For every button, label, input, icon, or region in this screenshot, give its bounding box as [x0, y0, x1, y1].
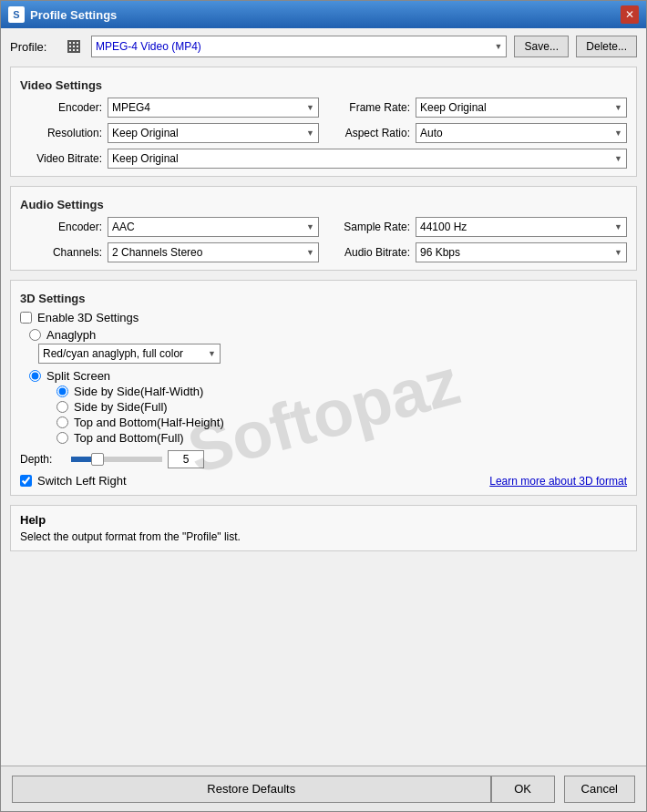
cancel-button[interactable]: Cancel: [564, 776, 635, 803]
sbs-full-row: Side by Side(Full): [56, 400, 627, 414]
profile-label: Profile:: [10, 40, 60, 54]
tab-full-label: Top and Bottom(Full): [74, 431, 184, 445]
switch-lr-row: Switch Left Right: [20, 474, 127, 488]
app-icon: S: [8, 6, 25, 23]
encoder-field: Encoder: MPEG4: [20, 98, 319, 118]
window-title: Profile Settings: [30, 8, 621, 22]
split-screen-options: Side by Side(Half-Width) Side by Side(Fu…: [47, 385, 627, 445]
anaglyph-radio[interactable]: [29, 329, 41, 341]
depth-row: Depth:: [20, 450, 627, 468]
split-screen-label: Split Screen: [46, 369, 110, 383]
frame-rate-label: Frame Rate:: [328, 101, 410, 114]
split-screen-radio[interactable]: [29, 370, 41, 382]
sbs-full-label: Side by Side(Full): [74, 400, 168, 414]
aspect-ratio-field: Aspect Ratio: Auto: [328, 123, 627, 143]
sample-rate-label: Sample Rate:: [328, 221, 410, 233]
3d-settings-section: 3D Settings Enable 3D Settings Anaglyph …: [10, 280, 637, 496]
anaglyph-label: Anaglyph: [46, 328, 96, 342]
encoder-label: Encoder:: [20, 101, 102, 114]
restore-defaults-button[interactable]: Restore Defaults: [12, 776, 491, 803]
frame-rate-select[interactable]: Keep Original: [416, 98, 627, 118]
tab-full-radio[interactable]: [56, 432, 68, 444]
aspect-ratio-select[interactable]: Auto: [416, 123, 627, 143]
sbs-half-row: Side by Side(Half-Width): [56, 385, 627, 398]
3d-section-title: 3D Settings: [20, 292, 627, 305]
audio-encoder-field: Encoder: AAC: [20, 217, 319, 237]
save-button[interactable]: Save...: [514, 36, 569, 57]
content-area: Profile: MPEG-4 Video (MP4) Save... Dele…: [1, 28, 646, 766]
switch-lr-checkbox[interactable]: [20, 475, 32, 487]
learn-more-link[interactable]: Learn more about 3D format: [489, 475, 627, 488]
audio-bitrate-label: Audio Bitrate:: [328, 246, 410, 259]
bottom-bar: Restore Defaults OK Cancel: [1, 766, 646, 811]
enable-3d-label: Enable 3D Settings: [37, 311, 139, 324]
audio-bitrate-field: Audio Bitrate: 96 Kbps: [328, 242, 627, 262]
channels-select[interactable]: 2 Channels Stereo: [108, 242, 319, 262]
tab-half-label: Top and Bottom(Half-Height): [74, 416, 224, 429]
aspect-ratio-label: Aspect Ratio:: [328, 127, 410, 139]
split-screen-row: Split Screen: [29, 369, 627, 383]
sbs-half-radio[interactable]: [56, 385, 68, 397]
title-bar: S Profile Settings ✕: [1, 1, 646, 28]
tab-full-row: Top and Bottom(Full): [56, 431, 627, 445]
audio-encoder-label: Encoder:: [20, 221, 102, 233]
audio-section-title: Audio Settings: [20, 198, 627, 211]
bottom-right: OK Cancel: [491, 776, 635, 803]
profile-dropdown[interactable]: MPEG-4 Video (MP4): [91, 36, 507, 57]
sbs-full-radio[interactable]: [56, 401, 68, 413]
switch-lr-label: Switch Left Right: [37, 474, 127, 488]
ok-button[interactable]: OK: [491, 776, 555, 803]
main-window: S Profile Settings ✕ Softopaz Profile: M…: [0, 0, 647, 812]
switch-learn-row: Switch Left Right Learn more about 3D fo…: [20, 474, 627, 488]
close-button[interactable]: ✕: [621, 5, 639, 24]
audio-encoder-select[interactable]: AAC: [108, 217, 319, 237]
channels-label: Channels:: [20, 246, 102, 259]
video-bitrate-field: Video Bitrate: Keep Original: [20, 149, 627, 169]
tab-half-row: Top and Bottom(Half-Height): [56, 416, 627, 429]
profile-row: Profile: MPEG-4 Video (MP4) Save... Dele…: [10, 36, 637, 57]
video-section-title: Video Settings: [20, 78, 627, 92]
sbs-half-label: Side by Side(Half-Width): [74, 385, 203, 398]
grid-icon: [67, 40, 80, 53]
depth-input[interactable]: [168, 450, 204, 468]
anaglyph-dropdown-row: Red/cyan anaglyph, full color: [38, 344, 627, 364]
help-text: Select the output format from the "Profi…: [20, 530, 627, 543]
tab-half-radio[interactable]: [56, 416, 68, 428]
enable-3d-checkbox[interactable]: [20, 312, 32, 324]
audio-settings-grid: Encoder: AAC Sample Rate: 44100 Hz: [20, 217, 627, 262]
channels-field: Channels: 2 Channels Stereo: [20, 242, 319, 262]
delete-button[interactable]: Delete...: [576, 36, 637, 57]
video-bitrate-select[interactable]: Keep Original: [108, 149, 627, 169]
video-settings-grid: Encoder: MPEG4 Frame Rate: Keep Original: [20, 98, 627, 143]
help-section: Help Select the output format from the "…: [10, 505, 637, 551]
resolution-select[interactable]: Keep Original: [108, 123, 319, 143]
bottom-left: Restore Defaults: [12, 776, 491, 803]
anaglyph-row: Anaglyph: [29, 328, 627, 342]
enable-3d-row: Enable 3D Settings: [20, 311, 627, 324]
video-settings-section: Video Settings Encoder: MPEG4 Frame Rate…: [10, 67, 637, 177]
audio-settings-section: Audio Settings Encoder: AAC Sample Rate:…: [10, 186, 637, 271]
resolution-field: Resolution: Keep Original: [20, 123, 319, 143]
help-title: Help: [20, 513, 627, 527]
depth-slider[interactable]: [71, 457, 162, 462]
depth-label: Depth:: [20, 453, 66, 466]
frame-rate-field: Frame Rate: Keep Original: [328, 98, 627, 118]
resolution-label: Resolution:: [20, 127, 102, 139]
video-bitrate-label: Video Bitrate:: [20, 152, 102, 165]
anaglyph-type-select[interactable]: Red/cyan anaglyph, full color: [38, 344, 221, 364]
sample-rate-field: Sample Rate: 44100 Hz: [328, 217, 627, 237]
sample-rate-select[interactable]: 44100 Hz: [416, 217, 627, 237]
audio-bitrate-select[interactable]: 96 Kbps: [416, 242, 627, 262]
encoder-select[interactable]: MPEG4: [108, 98, 319, 118]
window-body: Softopaz Profile: MPEG-4 Video (MP4) Sav…: [1, 28, 646, 811]
